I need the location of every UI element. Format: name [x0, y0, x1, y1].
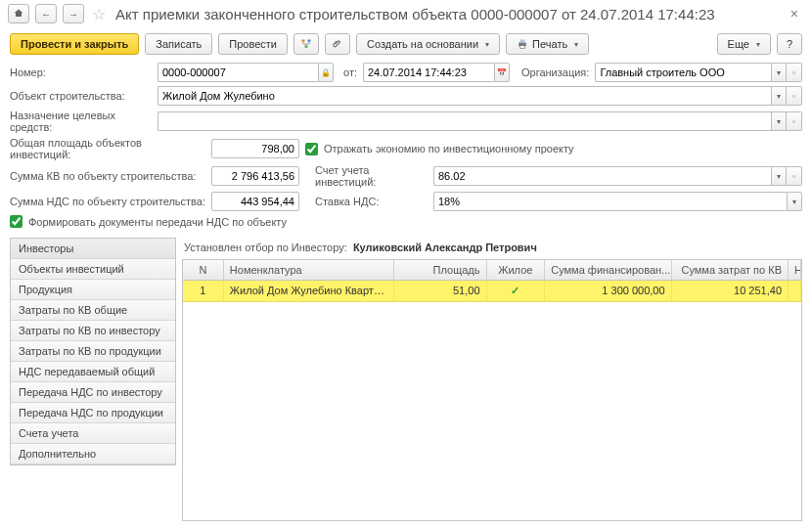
sidebar-item-vat-product[interactable]: Передача НДС по продукции — [11, 403, 175, 423]
number-input[interactable] — [158, 63, 318, 82]
cell-nom: Жилой Дом Жулебино Кварти... — [224, 281, 394, 301]
save-button[interactable]: Записать — [145, 33, 212, 55]
vat-rate-dropdown-icon[interactable]: ▾ — [787, 192, 802, 211]
sidebar-item-costs-investor[interactable]: Затраты по КВ по инвестору — [11, 321, 175, 341]
forward-button[interactable]: → — [63, 4, 84, 23]
help-button[interactable]: ? — [777, 33, 802, 55]
acct-input[interactable] — [433, 166, 771, 186]
sidebar-item-vat-general[interactable]: НДС передаваемый общий — [11, 362, 175, 382]
sum-vat-input[interactable] — [211, 192, 299, 211]
sum-kv-label: Сумма КВ по объекту строительства: — [10, 170, 205, 182]
obj-open-icon[interactable]: ▫ — [787, 86, 802, 106]
reflect-checkbox[interactable] — [305, 143, 318, 155]
col-cost[interactable]: Сумма затрат по КВ — [672, 260, 789, 280]
sidebar-item-costs-product[interactable]: Затраты по КВ по продукции — [11, 341, 175, 362]
clip-icon — [332, 38, 343, 50]
purpose-label: Назначение целевых средств: — [10, 110, 152, 133]
obj-input[interactable] — [158, 86, 771, 106]
svg-rect-1 — [307, 40, 310, 42]
number-label: Номер: — [10, 66, 152, 78]
vat-rate-input[interactable] — [433, 192, 787, 211]
cell-vat — [789, 281, 801, 301]
org-open-icon[interactable]: ▫ — [787, 63, 802, 82]
favorite-icon[interactable]: ☆ — [92, 5, 106, 23]
org-dropdown-icon[interactable]: ▾ — [771, 63, 787, 82]
svg-rect-0 — [301, 40, 304, 42]
cell-live: ✓ — [487, 281, 546, 301]
org-label: Организация: — [521, 66, 589, 78]
col-nomenclature[interactable]: Номенклатура — [224, 260, 394, 280]
sidebar-item-accounts[interactable]: Счета учета — [11, 423, 175, 444]
purpose-dropdown-icon[interactable]: ▾ — [771, 111, 787, 131]
form-docs-checkbox[interactable] — [10, 215, 23, 228]
date-input[interactable] — [363, 63, 494, 82]
purpose-open-icon[interactable]: ▫ — [787, 111, 802, 131]
filter-label: Установлен отбор по Инвестору: — [184, 242, 347, 253]
filter-bar: Установлен отбор по Инвестору: Куликовск… — [182, 238, 802, 259]
vat-rate-label: Ставка НДС: — [315, 196, 428, 207]
print-button[interactable]: Печать — [506, 33, 589, 55]
cell-area: 51,00 — [394, 281, 487, 301]
total-area-label: Общая площадь объектов инвестиций: — [10, 137, 205, 160]
home-icon — [13, 8, 24, 20]
col-financing[interactable]: Сумма финансирован... — [545, 260, 671, 280]
acct-label: Счет учета инвестиций: — [315, 164, 428, 188]
obj-label: Объект строительства: — [10, 90, 152, 102]
calendar-icon[interactable]: 📅 — [494, 63, 510, 82]
cell-n: 1 — [183, 281, 224, 301]
svg-rect-5 — [520, 46, 525, 49]
total-area-input[interactable] — [211, 139, 299, 158]
col-residential[interactable]: Жилое — [487, 260, 546, 280]
sidebar-item-investors[interactable]: Инвесторы — [11, 239, 175, 259]
tree-icon — [300, 38, 312, 50]
col-area[interactable]: Площадь — [394, 260, 487, 280]
acct-dropdown-icon[interactable]: ▾ — [771, 166, 787, 186]
grid-header: N Номенклатура Площадь Жилое Сумма финан… — [183, 260, 801, 281]
more-button[interactable]: Еще — [717, 33, 771, 55]
sidebar-item-additional[interactable]: Дополнительно — [11, 444, 175, 464]
sidebar-item-vat-investor[interactable]: Передача НДС по инвестору — [11, 382, 175, 403]
number-lock-icon[interactable]: 🔒 — [318, 63, 334, 82]
attachment-button[interactable] — [325, 33, 350, 55]
reflect-label: Отражать экономию по инвестиционному про… — [324, 143, 574, 154]
sidebar-item-products[interactable]: Продукция — [11, 280, 175, 300]
back-button[interactable]: ← — [35, 4, 57, 23]
create-based-button[interactable]: Создать на основании — [356, 33, 500, 55]
date-label: от: — [343, 66, 357, 78]
obj-dropdown-icon[interactable]: ▾ — [771, 86, 787, 106]
data-grid: N Номенклатура Площадь Жилое Сумма финан… — [182, 259, 802, 521]
svg-rect-4 — [520, 40, 525, 43]
submit-close-button[interactable]: Провести и закрыть — [10, 33, 139, 55]
home-button[interactable] — [8, 4, 29, 23]
cell-cost: 10 251,40 — [672, 281, 789, 301]
process-button[interactable]: Провести — [218, 33, 288, 55]
form-docs-label: Формировать документы передачи НДС по об… — [28, 216, 287, 228]
print-icon — [517, 38, 528, 50]
sum-kv-input[interactable] — [211, 166, 299, 186]
cell-fin: 1 300 000,00 — [545, 281, 671, 301]
sidebar-item-costs-general[interactable]: Затраты по КВ общие — [11, 300, 175, 321]
sum-vat-label: Сумма НДС по объекту строительства: — [10, 196, 205, 207]
col-vat[interactable]: НДС перед — [789, 260, 801, 280]
structure-button[interactable] — [293, 33, 319, 55]
acct-open-icon[interactable]: ▫ — [787, 166, 802, 186]
table-row[interactable]: 1 Жилой Дом Жулебино Кварти... 51,00 ✓ 1… — [183, 281, 801, 302]
sidebar-item-objects[interactable]: Объекты инвестиций — [11, 259, 175, 280]
filter-value: Куликовский Александр Петрович — [353, 242, 537, 253]
grid-body[interactable]: 1 Жилой Дом Жулебино Кварти... 51,00 ✓ 1… — [183, 281, 801, 520]
close-button[interactable]: × — [785, 6, 804, 22]
org-input[interactable] — [595, 63, 771, 82]
col-n[interactable]: N — [183, 260, 224, 280]
purpose-input[interactable] — [158, 111, 771, 131]
svg-rect-2 — [304, 46, 307, 48]
page-title: Акт приемки законченного строительством … — [115, 6, 779, 22]
tabs-sidebar: Инвесторы Объекты инвестиций Продукция З… — [10, 238, 176, 465]
